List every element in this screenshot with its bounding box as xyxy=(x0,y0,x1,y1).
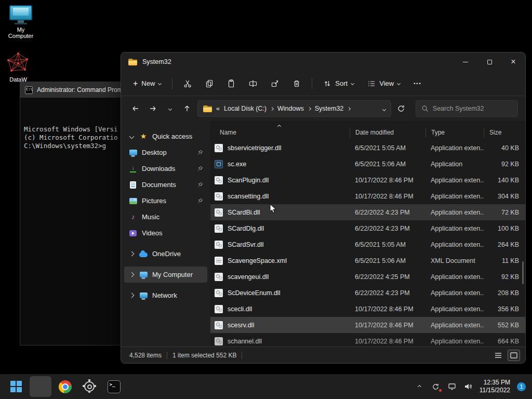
file-type-icon xyxy=(215,257,223,265)
file-row[interactable]: ScDeviceEnum.dll 6/22/2022 4:23 PM Appli… xyxy=(210,285,525,301)
taskbar-chrome-button[interactable] xyxy=(54,376,76,397)
file-type-icon xyxy=(215,305,223,313)
file-type: XML Document xyxy=(425,257,484,264)
back-button[interactable] xyxy=(128,101,142,116)
file-row[interactable]: SCardBi.dll 6/22/2022 4:23 PM Applicatio… xyxy=(210,204,525,220)
file-type: Application exten... xyxy=(425,193,484,200)
file-row[interactable]: schannel.dll 10/17/2022 8:46 PM Applicat… xyxy=(210,333,525,347)
delete-button[interactable] xyxy=(288,75,305,92)
expand-chevron-icon[interactable] xyxy=(128,294,135,297)
sidebar-item-network[interactable]: Network xyxy=(124,287,207,303)
sidebar-item-label: Music xyxy=(142,213,203,221)
file-size: 11 KB xyxy=(484,257,525,264)
sidebar-item-icon xyxy=(128,213,138,221)
file-date-modified: 6/22/2022 4:23 PM xyxy=(350,225,425,232)
taskbar-start-button[interactable] xyxy=(5,376,27,397)
taskbar-terminal-button[interactable] xyxy=(103,376,125,397)
sort-icon xyxy=(323,79,331,88)
expand-chevron-icon[interactable] xyxy=(128,252,135,256)
file-row[interactable]: ScanPlugin.dll 10/17/2022 8:46 PM Applic… xyxy=(210,172,525,188)
chevron-right-icon[interactable] xyxy=(347,107,351,111)
paste-button[interactable] xyxy=(222,75,240,92)
sidebar-item-icon xyxy=(139,292,148,298)
taskbar-explorer-button[interactable] xyxy=(30,376,51,397)
details-view-button[interactable] xyxy=(492,350,504,361)
column-header-name[interactable]: Name xyxy=(215,127,350,138)
address-dropdown-button[interactable] xyxy=(383,105,385,112)
search-box[interactable] xyxy=(416,100,518,117)
recent-locations-button[interactable] xyxy=(163,101,177,116)
explorer-title-bar[interactable]: System32 xyxy=(121,52,525,71)
network-icon[interactable] xyxy=(447,382,457,391)
column-header-date-modified[interactable]: Date modified xyxy=(350,127,425,138)
share-button[interactable] xyxy=(266,75,284,92)
desktop-icon-label: My Computer xyxy=(4,26,38,39)
desktop-icon-my-computer[interactable]: My Computer xyxy=(4,5,38,39)
sort-button[interactable]: Sort xyxy=(318,75,358,92)
sidebar-item-my-computer[interactable]: My Computer xyxy=(124,267,207,283)
cut-button[interactable] xyxy=(179,75,196,92)
file-name: SCardDlg.dll xyxy=(228,225,264,232)
hidden-icons-button[interactable] xyxy=(415,382,424,391)
chevron-right-icon[interactable] xyxy=(270,107,274,111)
sidebar-item-quick-access[interactable]: Quick access xyxy=(124,128,207,144)
sidebar-item-documents[interactable]: Documents xyxy=(124,177,207,193)
file-row[interactable]: scecli.dll 10/17/2022 8:46 PM Applicatio… xyxy=(210,301,525,317)
rename-button[interactable] xyxy=(244,75,262,92)
breadcrumb-item[interactable]: Windows xyxy=(277,105,304,112)
more-options-button[interactable] xyxy=(409,75,426,92)
notification-count-badge[interactable]: 1 xyxy=(517,382,526,391)
column-header-type[interactable]: Type xyxy=(425,127,484,138)
sidebar-item-label: My Computer xyxy=(152,271,203,278)
volume-icon[interactable] xyxy=(463,382,473,391)
breadcrumb-item[interactable]: Local Disk (C:) xyxy=(224,105,267,112)
up-button[interactable] xyxy=(180,101,194,116)
expand-chevron-icon[interactable] xyxy=(128,135,135,138)
maximize-button[interactable] xyxy=(477,52,501,71)
sidebar-item-downloads[interactable]: Downloads xyxy=(124,161,207,177)
taskbar-settings-button[interactable] xyxy=(78,376,100,397)
sidebar-item-music[interactable]: Music xyxy=(124,209,207,225)
new-button[interactable]: New xyxy=(128,75,166,92)
column-header-size[interactable]: Size xyxy=(484,127,525,138)
vertical-scrollbar-thumb[interactable] xyxy=(522,261,524,284)
view-button[interactable]: View xyxy=(363,75,405,92)
chevron-down-icon xyxy=(351,82,354,85)
search-input[interactable] xyxy=(433,105,511,112)
sidebar-item-videos[interactable]: Videos xyxy=(124,225,207,241)
status-divider xyxy=(242,352,242,359)
expand-chevron-icon[interactable] xyxy=(128,273,135,276)
address-row: « Local Disk (C:) Windows System32 xyxy=(121,96,525,121)
file-size: 664 KB xyxy=(484,338,525,345)
forward-button[interactable] xyxy=(145,101,159,116)
sidebar-item-desktop[interactable]: Desktop xyxy=(124,144,207,161)
sidebar-item-onedrive[interactable]: OneDrive xyxy=(124,246,207,262)
close-button[interactable] xyxy=(501,52,525,71)
address-bar[interactable]: « Local Disk (C:) Windows System32 xyxy=(197,100,391,117)
file-type-icon xyxy=(215,241,223,249)
sync-status-icon[interactable] xyxy=(431,382,441,391)
clock[interactable]: 12:35 PM 11/15/2022 xyxy=(480,379,510,394)
sidebar-item-pictures[interactable]: Pictures xyxy=(124,193,207,209)
file-date-modified: 6/5/2021 5:05 AM xyxy=(350,241,425,248)
copy-button[interactable] xyxy=(201,75,218,92)
file-row[interactable]: SCardSvr.dll 6/5/2021 5:05 AM Applicatio… xyxy=(210,236,525,252)
file-row[interactable]: sbservicetrigger.dll 6/5/2021 5:05 AM Ap… xyxy=(210,140,525,156)
chevron-right-icon[interactable] xyxy=(308,107,311,111)
refresh-button[interactable] xyxy=(394,101,408,116)
file-row[interactable]: sc.exe 6/5/2021 5:06 AM Application 92 K… xyxy=(210,156,525,172)
minimize-button[interactable] xyxy=(454,52,477,71)
computer-icon xyxy=(9,5,33,24)
breadcrumb-overflow[interactable]: « xyxy=(216,105,220,112)
folder-icon xyxy=(203,105,212,112)
status-divider xyxy=(167,352,167,359)
desktop-icon-dataw[interactable]: DataW xyxy=(1,52,35,83)
file-row[interactable]: scansetting.dll 10/17/2022 8:46 PM Appli… xyxy=(210,188,525,204)
file-row[interactable]: scavengeui.dll 6/22/2022 4:25 PM Applica… xyxy=(210,269,525,285)
file-type-icon xyxy=(215,224,223,233)
breadcrumb-item[interactable]: System32 xyxy=(315,105,344,112)
large-icons-view-button[interactable] xyxy=(508,350,520,361)
file-row[interactable]: scesrv.dll 10/17/2022 8:46 PM Applicatio… xyxy=(210,317,525,333)
file-row[interactable]: SCardDlg.dll 6/22/2022 4:23 PM Applicati… xyxy=(210,220,525,236)
file-row[interactable]: ScavengeSpace.xml 6/5/2021 5:06 AM XML D… xyxy=(210,252,525,269)
